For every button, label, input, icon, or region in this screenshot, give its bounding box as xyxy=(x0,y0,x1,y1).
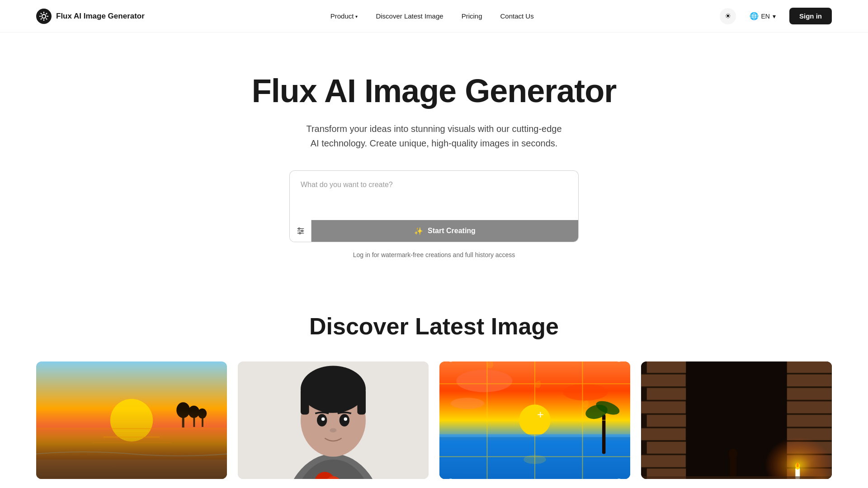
start-creating-button[interactable]: ✨ Start Creating xyxy=(311,220,578,242)
nav-links: Product ▾ Discover Latest Image Pricing … xyxy=(330,12,534,20)
language-selector[interactable]: 🌐 EN ▾ xyxy=(745,9,780,23)
nav-product[interactable]: Product ▾ xyxy=(330,12,358,20)
svg-rect-22 xyxy=(193,415,195,427)
svg-rect-79 xyxy=(781,374,832,386)
svg-point-25 xyxy=(198,408,207,418)
svg-point-13 xyxy=(301,230,302,232)
image-card[interactable] xyxy=(439,361,630,479)
svg-point-37 xyxy=(344,418,347,421)
svg-rect-24 xyxy=(202,416,203,427)
svg-point-0 xyxy=(42,14,46,18)
navbar-right: ☀ 🌐 EN ▾ Sign in xyxy=(720,8,832,24)
svg-point-21 xyxy=(176,402,190,418)
svg-point-12 xyxy=(298,228,300,230)
svg-line-4 xyxy=(46,19,47,19)
chevron-down-icon: ▾ xyxy=(355,14,358,19)
sliders-icon xyxy=(296,226,305,235)
svg-rect-96 xyxy=(781,432,832,479)
nav-contact[interactable]: Contact Us xyxy=(500,12,534,20)
logo-text: Flux AI Image Generator xyxy=(56,12,145,21)
creator-box: ✨ Start Creating xyxy=(289,170,579,242)
svg-rect-33 xyxy=(357,389,366,415)
svg-point-15 xyxy=(110,399,153,441)
svg-point-94 xyxy=(729,449,738,459)
sign-in-button[interactable]: Sign in xyxy=(789,8,832,24)
nav-discover[interactable]: Discover Latest Image xyxy=(376,12,443,20)
logo-icon xyxy=(36,9,52,24)
image-card[interactable] xyxy=(36,361,227,479)
svg-line-8 xyxy=(46,13,47,14)
hero-title: Flux AI Image Generator xyxy=(252,73,617,109)
sun-icon: ☀ xyxy=(725,12,731,20)
svg-rect-93 xyxy=(730,457,736,476)
nav-pricing[interactable]: Pricing xyxy=(462,12,482,20)
svg-rect-68 xyxy=(641,374,686,386)
svg-point-49 xyxy=(451,398,484,409)
svg-rect-74 xyxy=(641,455,686,467)
image-card[interactable] xyxy=(641,361,832,479)
discover-title: Discover Latest Image xyxy=(36,313,832,340)
puzzle-sunset-image xyxy=(439,361,630,479)
settings-button[interactable] xyxy=(290,220,311,242)
svg-rect-70 xyxy=(641,401,686,413)
svg-point-14 xyxy=(299,233,300,234)
svg-rect-32 xyxy=(301,389,309,415)
sunset-sketch-image xyxy=(36,361,227,479)
svg-point-47 xyxy=(456,370,512,392)
action-bar: ✨ Start Creating xyxy=(289,220,579,242)
svg-point-23 xyxy=(188,406,199,418)
login-hint: Log in for watermark-free creations and … xyxy=(353,251,515,258)
translate-icon: 🌐 xyxy=(750,12,759,20)
svg-rect-73 xyxy=(646,441,691,454)
svg-rect-72 xyxy=(641,428,686,441)
svg-line-7 xyxy=(41,19,42,19)
svg-point-31 xyxy=(301,366,366,413)
chevron-down-icon: ▾ xyxy=(773,13,776,20)
svg-rect-67 xyxy=(646,361,691,373)
svg-point-36 xyxy=(321,418,325,421)
theme-toggle-button[interactable]: ☀ xyxy=(720,8,736,24)
prompt-input[interactable] xyxy=(289,170,579,220)
wand-icon: ✨ xyxy=(414,227,423,235)
hero-subtitle: Transform your ideas into stunning visua… xyxy=(303,122,565,150)
svg-rect-26 xyxy=(36,460,227,479)
boy-portrait-image xyxy=(238,361,429,479)
image-card[interactable] xyxy=(238,361,429,479)
svg-rect-81 xyxy=(781,401,832,413)
image-grid xyxy=(36,361,832,479)
discover-section: Discover Latest Image xyxy=(0,286,868,488)
logo[interactable]: Flux AI Image Generator xyxy=(36,9,145,24)
hero-section: Flux AI Image Generator Transform your i… xyxy=(0,33,868,286)
svg-point-48 xyxy=(563,384,608,401)
svg-rect-69 xyxy=(646,388,691,400)
svg-rect-20 xyxy=(182,413,184,427)
svg-rect-71 xyxy=(646,415,691,427)
brick-room-image xyxy=(641,361,832,479)
svg-line-3 xyxy=(41,13,42,14)
navbar: Flux AI Image Generator Product ▾ Discov… xyxy=(0,0,868,33)
svg-point-38 xyxy=(330,428,337,433)
